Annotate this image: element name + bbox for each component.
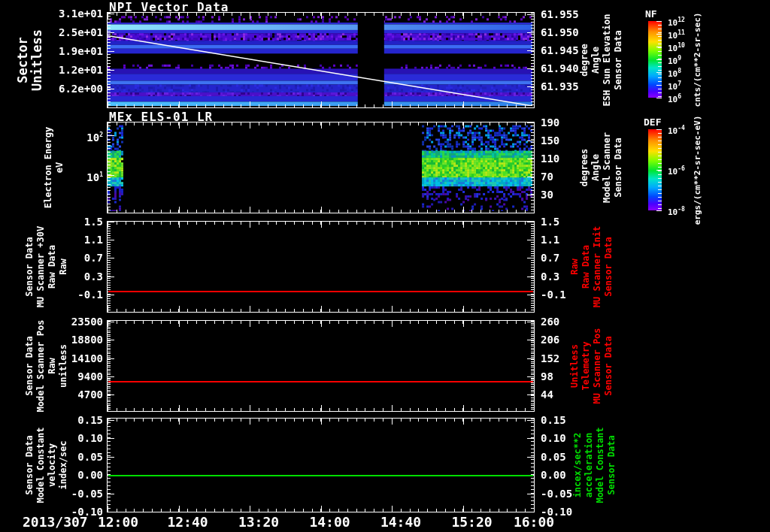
- major-ytick-left: [108, 258, 114, 258]
- colorbar-major-tick: [656, 59, 662, 60]
- minor-ticks-left: [108, 222, 111, 312]
- major-xtick-bottom: [179, 506, 180, 512]
- exponent: 1: [99, 171, 103, 178]
- major-ytick-left: [108, 277, 114, 277]
- major-ytick-left: [108, 420, 114, 421]
- els-spectrogram: [108, 122, 532, 211]
- major-xtick-top: [392, 321, 393, 327]
- axis-label-line: Raw Data: [581, 245, 592, 289]
- major-xtick-top: [321, 419, 322, 425]
- colorbar-title: NF: [645, 8, 657, 20]
- major-ytick-left: [108, 457, 114, 458]
- colorbar-units-text: cnts/(cm**2-sr-sec): [692, 13, 703, 107]
- major-xtick-top: [463, 321, 464, 327]
- panel-2-frame: [107, 221, 535, 313]
- axis-label-line: Model Scanner Pos: [35, 320, 47, 413]
- major-xtick-bottom: [321, 506, 322, 512]
- axis-label-line: Model Scanner: [602, 132, 613, 203]
- major-xtick-bottom: [463, 306, 464, 312]
- major-xtick-top: [321, 321, 322, 327]
- major-xtick-bottom: [534, 207, 535, 213]
- major-xtick-top: [534, 13, 535, 19]
- minor-ticks-right: [531, 321, 534, 411]
- axis-label-line: Sensor Data: [613, 30, 624, 89]
- major-xtick-top: [179, 222, 180, 228]
- major-xtick-top: [250, 222, 250, 228]
- major-ytick-right: [527, 240, 534, 240]
- major-xtick-bottom: [321, 101, 322, 107]
- major-ytick-right: [527, 420, 534, 421]
- time-tick-label: 13:20: [238, 514, 279, 530]
- major-xtick-top: [463, 222, 464, 228]
- major-ytick-left: [108, 70, 114, 71]
- ytick-label-left: 2.5e+01: [49, 26, 103, 38]
- major-ytick-left: [108, 494, 114, 494]
- major-xtick-bottom: [463, 506, 464, 512]
- ytick-label-left: 3.1e+01: [49, 8, 103, 20]
- major-ytick-left: [108, 135, 114, 136]
- panel-left-axis-label: Sensor DataModel Constantvelocityindex/s…: [24, 400, 69, 530]
- time-tick-label: 14:40: [380, 514, 421, 530]
- major-xtick-bottom: [108, 306, 108, 312]
- colorbar-title: DEF: [644, 116, 661, 128]
- major-ytick-right: [527, 222, 534, 222]
- ytick-label-right: 30: [541, 189, 553, 201]
- ytick-label-right: 0.05: [541, 451, 566, 463]
- axis-label-line: ESH Sun Elevation: [602, 14, 613, 107]
- major-xtick-top: [534, 321, 535, 327]
- axis-label-line: eV: [54, 162, 65, 173]
- major-xtick-top: [179, 321, 180, 327]
- axis-label-line: Model Constant: [595, 427, 606, 503]
- colorbar-tick-label: 10-6: [668, 165, 685, 177]
- ytick-label-right: -0.05: [541, 488, 572, 500]
- ytick-label-right: 61.955: [541, 8, 579, 20]
- colorbar-tick-label: 1010: [668, 42, 685, 53]
- colorbar-tick-label: 1011: [668, 29, 685, 41]
- time-tick-label: 16:00: [514, 514, 554, 530]
- major-ytick-right: [527, 258, 534, 258]
- major-ytick-right: [527, 376, 534, 377]
- ytick-label-right: 0.3: [541, 271, 559, 283]
- major-xtick-bottom: [108, 101, 108, 107]
- major-ytick-right: [527, 340, 534, 340]
- ytick-label-right: -0.1: [541, 289, 566, 301]
- npi-spectrogram: [108, 13, 532, 106]
- axis-label-line: degree: [579, 44, 590, 76]
- major-xtick-top: [321, 222, 322, 228]
- ytick-label-right: 1.5: [541, 216, 559, 228]
- axis-label-line: Sensor Data: [24, 435, 35, 494]
- axis-label-line: Telemetry: [581, 341, 592, 390]
- exponent: 2: [99, 131, 103, 138]
- exponent: 11: [678, 29, 685, 36]
- colorbar-major-tick: [656, 72, 662, 73]
- major-xtick-top: [534, 419, 535, 425]
- major-ytick-left: [108, 51, 114, 52]
- axis-label-line: Sensor Data: [613, 138, 624, 197]
- major-ytick-right: [527, 277, 534, 277]
- major-xtick-top: [250, 13, 250, 19]
- major-ytick-right: [527, 177, 534, 177]
- colorbar-tick-label: 109: [668, 55, 681, 66]
- colorbar-major-tick: [656, 170, 662, 171]
- major-xtick-bottom: [534, 101, 535, 107]
- colorbar-major-tick: [656, 47, 662, 47]
- data-series-line: [108, 475, 533, 476]
- major-ytick-right: [527, 68, 534, 69]
- exponent: -4: [678, 125, 685, 131]
- major-ytick-left: [108, 376, 114, 377]
- major-xtick-bottom: [321, 207, 322, 213]
- major-xtick-bottom: [108, 506, 108, 512]
- major-ytick-right: [527, 457, 534, 458]
- ytick-label-right: 260: [541, 316, 559, 328]
- axis-label-line: Unitless: [30, 29, 44, 91]
- ytick-label-left: 6.2e+00: [49, 83, 103, 95]
- major-xtick-top: [321, 13, 322, 19]
- axis-label-line: Sensor Data: [603, 237, 614, 296]
- colorbar-tick-label: 1012: [668, 17, 685, 28]
- colorbar-units-label: ergs/(cm**2-sr-sec-eV): [692, 103, 703, 238]
- major-xtick-top: [534, 122, 535, 128]
- panel-right-axis-label: Sensor DataModel Constantaccelerationinc…: [572, 400, 617, 530]
- ytick-label-right: 44: [541, 388, 553, 401]
- colorbar-major-tick: [656, 21, 662, 22]
- major-xtick-bottom: [463, 207, 464, 213]
